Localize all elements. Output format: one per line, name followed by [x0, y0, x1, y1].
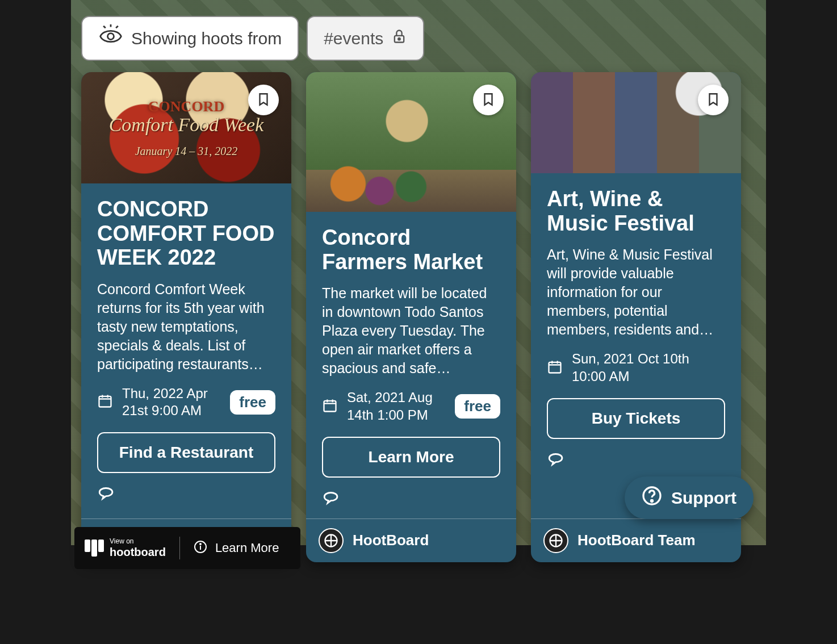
- comment-row[interactable]: [547, 449, 725, 471]
- comment-icon: [547, 461, 566, 470]
- filter-bar: Showing hoots from #events: [76, 0, 761, 69]
- card-body: Concord Farmers Market The market will b…: [306, 212, 516, 518]
- comment-row[interactable]: [97, 483, 275, 505]
- brand-name: hootboard: [110, 546, 166, 558]
- bookmark-button[interactable]: [248, 85, 279, 115]
- card-description: Art, Wine & Music Festival will provide …: [547, 245, 725, 339]
- showing-hoots-filter[interactable]: Showing hoots from: [81, 16, 299, 61]
- author-name: HootBoard: [353, 532, 429, 549]
- card-body: CONCORD COMFORT FOOD WEEK 2022 Concord C…: [81, 183, 291, 518]
- hootboard-brand-text: View on hootboard: [110, 538, 166, 558]
- hootboard-logo-icon: [85, 540, 104, 557]
- card-title: CONCORD COMFORT FOOD WEEK 2022: [97, 197, 275, 270]
- author-avatar: [319, 528, 344, 553]
- hootboard-attribution-bar[interactable]: View on hootboard Learn More: [74, 527, 300, 569]
- event-date: Sat, 2021 Aug 14th 1:00 PM: [347, 389, 446, 424]
- event-date: Sun, 2021 Oct 10th 10:00 AM: [572, 350, 725, 385]
- event-card[interactable]: Concord Farmers Market The market will b…: [306, 72, 516, 562]
- promo-line-1: CONCORD: [148, 98, 224, 115]
- author-name: HootBoard Team: [577, 532, 696, 549]
- svg-point-0: [108, 34, 114, 40]
- vertical-divider: [179, 537, 180, 559]
- card-title: Art, Wine & Music Festival: [547, 187, 725, 235]
- events-tag-filter[interactable]: #events: [307, 16, 424, 61]
- svg-line-1: [103, 26, 106, 28]
- bookmark-button[interactable]: [473, 85, 504, 115]
- find-restaurant-button[interactable]: Find a Restaurant: [97, 432, 275, 473]
- card-footer: HootBoard: [306, 518, 516, 562]
- svg-point-22: [651, 500, 653, 502]
- eye-icon: [98, 24, 123, 53]
- event-card[interactable]: CONCORD Comfort Food Week January 14 – 3…: [81, 72, 291, 562]
- card-title: Concord Farmers Market: [322, 225, 500, 274]
- svg-rect-6: [99, 396, 111, 407]
- showing-label: Showing hoots from: [131, 29, 282, 48]
- svg-point-5: [398, 38, 400, 40]
- event-date: Thu, 2022 Apr 21st 9:00 AM: [122, 385, 221, 420]
- view-on-label: View on: [110, 537, 133, 545]
- date-row: Thu, 2022 Apr 21st 9:00 AM free: [97, 385, 275, 420]
- price-badge: free: [230, 390, 275, 415]
- learn-more-button[interactable]: Learn More: [322, 437, 500, 478]
- card-description: The market will be located in downtown T…: [322, 284, 500, 378]
- bookmark-icon: [481, 92, 496, 108]
- question-icon: [642, 486, 662, 510]
- bookmark-icon: [706, 92, 721, 108]
- events-tag-label: #events: [324, 29, 383, 48]
- author-avatar: [543, 528, 568, 553]
- comment-icon: [322, 499, 341, 509]
- calendar-icon: [97, 393, 113, 411]
- price-badge: free: [455, 394, 500, 419]
- card-image: [531, 72, 741, 173]
- buy-tickets-button[interactable]: Buy Tickets: [547, 398, 725, 439]
- date-row: Sun, 2021 Oct 10th 10:00 AM: [547, 350, 725, 385]
- card-description: Concord Comfort Week returns for its 5th…: [97, 280, 275, 374]
- hootboard-logo: View on hootboard: [85, 538, 166, 558]
- svg-line-3: [116, 26, 118, 28]
- svg-rect-16: [549, 362, 561, 373]
- svg-point-25: [200, 543, 201, 545]
- comment-row[interactable]: [322, 488, 500, 509]
- support-button[interactable]: Support: [625, 476, 754, 519]
- date-row: Sat, 2021 Aug 14th 1:00 PM free: [322, 389, 500, 424]
- card-image: CONCORD Comfort Food Week January 14 – 3…: [81, 72, 291, 183]
- support-label: Support: [671, 488, 736, 508]
- board-container: Showing hoots from #events CONCORD Comfo…: [71, 0, 766, 545]
- promo-line-2: Comfort Food Week: [109, 115, 264, 135]
- comment-icon: [97, 495, 116, 504]
- card-body: Art, Wine & Music Festival Art, Wine & M…: [531, 173, 741, 518]
- card-image: [306, 72, 516, 212]
- card-footer: HootBoard Team: [531, 518, 741, 562]
- promo-line-3: January 14 – 31, 2022: [135, 145, 238, 158]
- bookmark-button[interactable]: [698, 85, 729, 115]
- svg-rect-11: [324, 401, 336, 412]
- info-icon: [194, 540, 207, 556]
- bookmark-icon: [256, 92, 271, 108]
- calendar-icon: [547, 359, 563, 377]
- lock-icon: [391, 28, 407, 48]
- learn-more-label: Learn More: [215, 541, 279, 555]
- calendar-icon: [322, 398, 338, 416]
